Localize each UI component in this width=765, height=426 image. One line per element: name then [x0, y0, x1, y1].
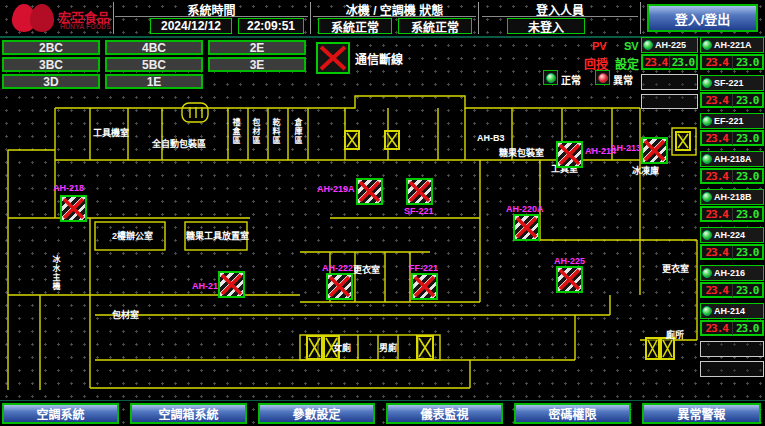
nav-parameter-setup[interactable]: 參數設定 — [258, 403, 375, 424]
device-sf-221-values: 23.423.0 — [700, 92, 764, 108]
floor-button-2e[interactable]: 2E — [208, 40, 306, 55]
device-name: AH-218A — [714, 154, 752, 164]
room-label: 包材區 — [250, 118, 261, 145]
sv-value: 23.0 — [733, 56, 763, 69]
nav-password-access[interactable]: 密碼權限 — [514, 403, 631, 424]
device-status-led — [643, 40, 653, 50]
header-divider — [478, 2, 479, 34]
room-label: 禮盒區 — [230, 118, 241, 145]
device-name: AH-216 — [714, 268, 745, 278]
device-status-led — [702, 306, 712, 316]
device-ah-225-values: 23.423.0 — [641, 54, 698, 70]
panel-empty-slot — [641, 94, 698, 109]
room-label: 廁所 — [666, 328, 684, 341]
nav-alarm[interactable]: 異常警報 — [642, 403, 761, 424]
equipment-tag: SF-221 — [404, 206, 434, 216]
device-ah-221a[interactable]: AH-221A — [700, 37, 764, 53]
device-ah-216-values: 23.423.0 — [700, 282, 764, 298]
login-user-label: 登入人員 — [482, 2, 638, 17]
device-status-led — [702, 78, 712, 88]
floor-button-5bc[interactable]: 5BC — [105, 57, 203, 72]
floor-button-3e[interactable]: 3E — [208, 57, 306, 72]
device-ah-214[interactable]: AH-214 — [700, 303, 764, 319]
system-clock-value: 22:09:51 — [238, 18, 304, 34]
equipment-tag: AH-218 — [53, 183, 84, 193]
sv-value: 23.0 — [733, 246, 763, 259]
header-divider — [640, 2, 641, 34]
device-name: AH-225 — [655, 40, 686, 50]
equipment-tag: AH-225 — [554, 256, 585, 266]
sv-value: 23.0 — [733, 322, 763, 335]
device-status-led — [702, 40, 712, 50]
floor-button-3bc[interactable]: 3BC — [2, 57, 100, 72]
device-name: AH-224 — [714, 230, 745, 240]
room-label: 倉庫區 — [292, 118, 303, 145]
panel-empty-slot — [641, 74, 698, 90]
device-status-led — [702, 154, 712, 164]
equipment-tag: AH-213 — [610, 143, 641, 153]
sv-value: 23.0 — [733, 208, 763, 221]
comm-loss-marker — [641, 137, 668, 164]
pv-value: 23.4 — [702, 170, 733, 183]
comm-loss-marker — [356, 178, 383, 205]
login-user-value: 未登入 — [507, 18, 585, 34]
header-divider — [310, 2, 311, 34]
sv-value: 23.0 — [733, 170, 763, 183]
login-logout-button[interactable]: 登入/登出 — [647, 4, 758, 32]
device-ah-218b[interactable]: AH-218B — [700, 189, 764, 205]
device-ah-224[interactable]: AH-224 — [700, 227, 764, 243]
sv-value: 23.0 — [733, 284, 763, 297]
logo: 宏亞食品 HUNYA FOODS — [6, 2, 112, 35]
nav-ac-system[interactable]: 空調系統 — [2, 403, 119, 424]
comm-loss-marker — [218, 271, 245, 298]
device-ah-224-values: 23.423.0 — [700, 244, 764, 260]
panel-empty-slot — [700, 361, 764, 377]
floor-button-4bc[interactable]: 4BC — [105, 40, 203, 55]
stair-x-icon — [344, 130, 360, 150]
hmi-screen: { "header": { "logo": { "title": "宏亞食品",… — [0, 0, 765, 426]
equipment-tag: AH-220A — [506, 204, 544, 214]
room-label: 全自動包裝區 — [152, 137, 206, 150]
room-label: 冰水主機 — [50, 255, 61, 291]
pv-value: 23.4 — [643, 56, 670, 69]
nav-meter-monitor[interactable]: 儀表監視 — [386, 403, 503, 424]
panel-empty-slot — [700, 341, 764, 357]
legend-abnormal-label: 異常 — [613, 72, 633, 87]
pv-value: 23.4 — [702, 284, 733, 297]
room-label: AH-B3 — [477, 133, 505, 143]
device-name: AH-218B — [714, 192, 752, 202]
device-ah-218a-values: 23.423.0 — [700, 168, 764, 184]
device-status-led — [702, 116, 712, 126]
comm-loss-marker — [406, 178, 433, 205]
equipment-tag: FF-221 — [409, 263, 438, 273]
legend-abnormal-led — [595, 70, 610, 85]
comm-loss-marker — [60, 195, 87, 222]
pv-value: 23.4 — [702, 94, 733, 107]
device-status-led — [702, 268, 712, 278]
pv-value: 23.4 — [702, 208, 733, 221]
floor-button-2bc[interactable]: 2BC — [2, 40, 100, 55]
floor-button-3d[interactable]: 3D — [2, 74, 100, 89]
stair-x-icon — [416, 335, 434, 360]
device-ah-216[interactable]: AH-216 — [700, 265, 764, 281]
device-ah-218a[interactable]: AH-218A — [700, 151, 764, 167]
comm-loss-marker — [411, 273, 438, 300]
equipment-tag: AH-219A — [317, 184, 355, 194]
stair-x-icon — [384, 130, 400, 150]
sv-value: 23.0 — [733, 94, 763, 107]
header-divider — [113, 2, 114, 34]
device-name: AH-214 — [714, 306, 745, 316]
floor-button-1e[interactable]: 1E — [105, 74, 203, 89]
comm-loss-label: 通信斷線 — [355, 50, 403, 66]
device-ef-221[interactable]: EF-221 — [700, 113, 764, 129]
device-ah-214-values: 23.423.0 — [700, 320, 764, 336]
nav-ahu-system[interactable]: 空調箱系統 — [130, 403, 247, 424]
sv-value: 23.0 — [670, 56, 696, 69]
comm-loss-marker — [326, 273, 353, 300]
device-ah-225[interactable]: AH-225 — [641, 37, 698, 53]
device-ah-221a-values: 23.423.0 — [700, 54, 764, 70]
device-status-led — [702, 192, 712, 202]
chiller-status: 系統正常 — [318, 18, 392, 34]
device-sf-221[interactable]: SF-221 — [700, 75, 764, 91]
room-label: 男廁 — [379, 341, 397, 354]
